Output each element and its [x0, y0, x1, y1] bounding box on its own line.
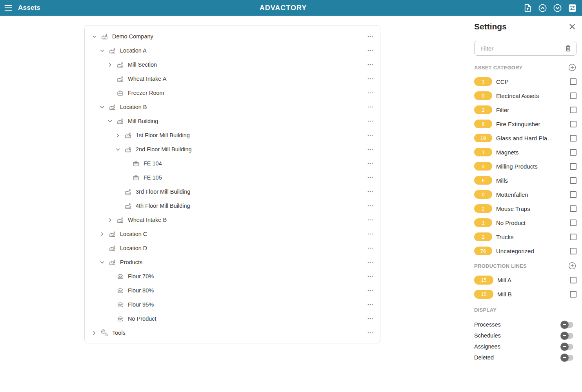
- tree-row[interactable]: Mill Building: [85, 114, 380, 128]
- category-row[interactable]: 6 Mills: [474, 173, 577, 187]
- more-options-icon[interactable]: [367, 160, 374, 167]
- more-options-icon[interactable]: [367, 287, 374, 294]
- category-checkbox[interactable]: [570, 107, 577, 113]
- chevron-right-icon[interactable]: [105, 215, 115, 225]
- category-checkbox[interactable]: [570, 234, 577, 240]
- tree-row[interactable]: Location B: [85, 100, 380, 114]
- production-line-row[interactable]: 15 Mill A: [474, 273, 577, 287]
- category-checkbox[interactable]: [570, 248, 577, 254]
- expand-all-circle-down-icon[interactable]: [553, 3, 562, 13]
- more-options-icon[interactable]: [367, 75, 374, 82]
- hamburger-menu-icon[interactable]: [3, 3, 13, 13]
- category-row[interactable]: 1 Magnets: [474, 145, 577, 159]
- tree-row[interactable]: Tools: [85, 326, 380, 340]
- tree-row[interactable]: Location A: [85, 44, 380, 58]
- category-row[interactable]: 2 Filter: [474, 103, 577, 117]
- chevron-right-icon[interactable]: [89, 328, 99, 338]
- tree-row[interactable]: Location C: [85, 227, 380, 241]
- more-options-icon[interactable]: [367, 202, 374, 209]
- collapse-all-circle-up-icon[interactable]: [538, 3, 547, 13]
- more-options-icon[interactable]: [367, 103, 374, 111]
- tree-row[interactable]: 2nd Floor Mill Building: [85, 142, 380, 156]
- trash-icon[interactable]: [564, 44, 572, 53]
- chevron-right-icon[interactable]: [97, 229, 107, 239]
- category-row[interactable]: 1 No Product: [474, 216, 577, 230]
- chevron-down-icon[interactable]: [97, 46, 107, 55]
- tree-row[interactable]: Wheat Intake B: [85, 213, 380, 227]
- more-options-icon[interactable]: [367, 174, 374, 181]
- more-options-icon[interactable]: [367, 33, 374, 40]
- close-icon[interactable]: [568, 22, 577, 31]
- category-row[interactable]: 2 Mouse Traps: [474, 201, 577, 216]
- assignees-toggle[interactable]: [562, 344, 573, 350]
- category-row[interactable]: 76 Uncategorized: [474, 244, 577, 258]
- category-checkbox[interactable]: [570, 149, 577, 156]
- more-options-icon[interactable]: [367, 132, 374, 139]
- tree-row[interactable]: 1st Floor Mill Building: [85, 128, 380, 142]
- more-options-icon[interactable]: [367, 301, 374, 308]
- more-options-icon[interactable]: [367, 89, 374, 96]
- tree-row[interactable]: Freezer Room: [85, 86, 380, 100]
- production-line-row[interactable]: 15 Mill B: [474, 287, 577, 301]
- chevron-right-icon[interactable]: [113, 131, 122, 140]
- more-options-icon[interactable]: [367, 146, 374, 153]
- tree-row[interactable]: Wheat Intake A: [85, 72, 380, 86]
- category-checkbox[interactable]: [570, 163, 577, 170]
- tree-row[interactable]: Demo Company: [85, 29, 380, 44]
- more-options-icon[interactable]: [367, 245, 374, 252]
- production-line-checkbox[interactable]: [570, 277, 577, 283]
- chevron-down-icon[interactable]: [97, 258, 107, 267]
- more-options-icon[interactable]: [367, 329, 374, 336]
- category-checkbox[interactable]: [570, 177, 577, 184]
- category-checkbox[interactable]: [570, 220, 577, 226]
- category-checkbox[interactable]: [570, 78, 577, 85]
- more-options-icon[interactable]: [367, 259, 374, 266]
- more-options-icon[interactable]: [367, 47, 374, 54]
- category-row[interactable]: 1 CCP: [474, 74, 577, 89]
- more-options-icon[interactable]: [367, 230, 374, 238]
- category-checkbox[interactable]: [570, 93, 577, 99]
- tree-row[interactable]: FE 105: [85, 171, 380, 185]
- more-options-icon[interactable]: [367, 188, 374, 195]
- category-row[interactable]: 0 Electrical Assets: [474, 89, 577, 103]
- category-checkbox[interactable]: [570, 191, 577, 198]
- category-row[interactable]: 2 Trucks: [474, 230, 577, 244]
- add-production-line-icon[interactable]: [568, 261, 577, 270]
- more-options-icon[interactable]: [367, 61, 374, 68]
- more-options-icon[interactable]: [367, 216, 374, 223]
- filter-input[interactable]: [480, 45, 564, 52]
- filter-field[interactable]: [474, 41, 577, 56]
- processes-toggle[interactable]: [562, 322, 573, 328]
- category-checkbox[interactable]: [570, 121, 577, 127]
- deleted-toggle[interactable]: [562, 355, 573, 361]
- tree-row[interactable]: FE 104: [85, 156, 380, 171]
- add-category-icon[interactable]: [568, 63, 577, 72]
- more-options-icon[interactable]: [367, 273, 374, 280]
- chevron-down-icon[interactable]: [89, 32, 99, 41]
- chevron-down-icon[interactable]: [105, 116, 115, 126]
- tree-row[interactable]: No Product: [85, 312, 380, 326]
- tree-row[interactable]: Flour 95%: [85, 298, 380, 312]
- tree-row[interactable]: Flour 70%: [85, 269, 380, 283]
- category-checkbox[interactable]: [570, 135, 577, 142]
- production-line-checkbox[interactable]: [570, 291, 577, 298]
- tree-row[interactable]: Flour 80%: [85, 283, 380, 298]
- tree-row[interactable]: Mill Section: [85, 58, 380, 72]
- category-row[interactable]: 19 Glass and Hard Pla…: [474, 131, 577, 145]
- more-options-icon[interactable]: [367, 118, 374, 125]
- tree-row[interactable]: Products: [85, 255, 380, 269]
- chevron-down-icon[interactable]: [97, 102, 107, 112]
- category-row[interactable]: 3 Milling Products: [474, 159, 577, 173]
- schedules-toggle[interactable]: [562, 333, 573, 339]
- upload-file-icon[interactable]: [523, 3, 533, 13]
- settings-panel-icon[interactable]: [567, 3, 577, 13]
- tree-row[interactable]: 4th Floor Mill Building: [85, 199, 380, 213]
- category-row[interactable]: 0 Mottenfallen: [474, 187, 577, 201]
- chevron-down-icon[interactable]: [113, 145, 122, 154]
- more-options-icon[interactable]: [367, 315, 374, 322]
- category-row[interactable]: 6 Fire Extinguisher: [474, 117, 577, 131]
- chevron-right-icon[interactable]: [105, 60, 115, 69]
- tree-row[interactable]: Location D: [85, 241, 380, 255]
- tree-row[interactable]: 3rd Floor Mill Building: [85, 185, 380, 199]
- category-checkbox[interactable]: [570, 205, 577, 212]
